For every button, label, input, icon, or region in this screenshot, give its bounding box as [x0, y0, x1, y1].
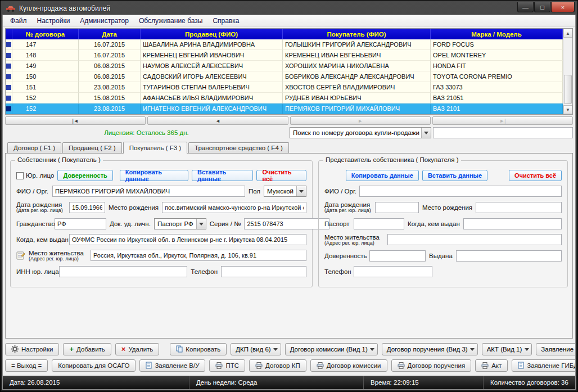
table-row[interactable]: 149 06.08.2015 НАУМОВ АЛЕКСЕЙ АЛЕКСЕЕВИЧ… — [6, 61, 563, 71]
copy-button[interactable]: Копировать — [170, 343, 227, 355]
contracts-table: № договора Дата Продавец (ФИО) Покупател… — [5, 28, 573, 115]
act-template-select[interactable]: АКТ (Вид 1) — [482, 343, 532, 355]
rep-clear-all-button[interactable]: Очистить всё — [509, 170, 562, 181]
commission-template-value: Договор комиссии (Вид 1) — [290, 346, 368, 353]
chevron-down-icon[interactable] — [421, 128, 431, 138]
tab-seller[interactable]: Продавец ( F2 ) — [62, 142, 122, 153]
nav-prev-button[interactable]: ◄ — [147, 116, 288, 125]
maximize-button[interactable]: □ — [534, 2, 550, 12]
power-of-attorney-button[interactable]: Доверенность — [57, 170, 112, 181]
copy-data-button[interactable]: Копировать данные — [120, 170, 188, 181]
print-pts-button[interactable]: ПТС — [209, 359, 245, 372]
print-agency-button[interactable]: Договор поручения — [391, 359, 472, 372]
rep-passport-input[interactable] — [354, 218, 404, 229]
menu-item-file[interactable]: Файл — [5, 15, 32, 26]
scroll-down-icon[interactable]: ▼ — [563, 105, 572, 114]
tab-buyer[interactable]: Покупатель ( F3 ) — [123, 142, 187, 154]
checkbox-icon[interactable] — [16, 172, 24, 179]
chevron-down-icon[interactable] — [296, 186, 306, 196]
clear-all-button[interactable]: Очистить всё — [256, 170, 306, 181]
add-button[interactable]: + Добавить — [63, 343, 111, 355]
cell-date: 15.08.2015 — [79, 93, 141, 103]
menu-item-help[interactable]: Справка — [207, 15, 244, 26]
minimize-button[interactable]: — — [517, 2, 534, 12]
settings-button[interactable]: Настройки — [5, 343, 59, 355]
header-buyer[interactable]: Покупатель (ФИО) — [283, 29, 431, 39]
chevron-down-icon[interactable] — [196, 219, 206, 229]
birthdate-input[interactable] — [69, 202, 105, 213]
doc-type-select[interactable]: Паспорт РФ — [154, 218, 206, 229]
chevron-down-icon[interactable] — [368, 344, 377, 355]
fio-input[interactable] — [52, 186, 245, 197]
address-input[interactable] — [91, 250, 306, 261]
phone-input[interactable] — [221, 266, 306, 277]
exit-button[interactable]: = Выход = — [5, 359, 48, 372]
application-gibdd-button[interactable]: Заявление ГИБДД — [512, 359, 576, 372]
header-seller[interactable]: Продавец (ФИО) — [141, 29, 283, 39]
table-row[interactable]: 148 16.07.2015 КРЕМЕНЕЦ ЕВГЕНИЙ ИВАНОВИЧ… — [6, 50, 563, 61]
tab-vehicle[interactable]: Транспортное средство ( F4 ) — [188, 142, 289, 153]
paste-data-button[interactable]: Вставить данные — [192, 170, 253, 181]
agency-template-select[interactable]: Договор поручения (Вид 3) — [382, 343, 478, 355]
dkp-template-select[interactable]: ДКП (вид 6) — [231, 343, 281, 355]
print-act-button[interactable]: Акт — [475, 359, 508, 372]
application-vu-button[interactable]: Заявление В/У — [139, 359, 205, 372]
rep-issued-input[interactable] — [463, 218, 562, 229]
search-mode-select[interactable]: Поиск по номеру договора купли-продажи — [290, 127, 431, 138]
nav-next-button[interactable]: ► — [290, 116, 431, 125]
tab-contract[interactable]: Договор ( F1 ) — [7, 142, 61, 153]
header-model[interactable]: Марка / Модель — [431, 29, 563, 39]
nav-last-button[interactable]: ►| — [432, 116, 573, 125]
row-marker — [6, 50, 12, 61]
rep-birthplace-input[interactable] — [476, 202, 562, 213]
table-row[interactable]: 152 15.08.2015 АФАНАСЬЕВ ИЛЬЯ ВЛАДИМИРОВ… — [6, 93, 563, 103]
copy-for-osago-button[interactable]: Копировать для ОСАГО — [52, 359, 136, 372]
menu-item-settings[interactable]: Настройки — [32, 15, 75, 26]
scroll-thumb[interactable] — [564, 75, 572, 104]
application-template-select[interactable]: Заявление (Вид 1) — [536, 343, 576, 355]
address-note-icon[interactable] — [16, 251, 25, 260]
rep-vydana-input[interactable] — [456, 250, 562, 262]
print-contract-button[interactable]: Договор КП — [249, 359, 306, 372]
series-input[interactable] — [244, 218, 329, 229]
table-row[interactable]: 150 06.08.2015 САДОВСКИЙ ИГОРЬ АЛЕКСЕЕВИ… — [6, 71, 563, 82]
legal-entity-checkbox[interactable]: Юр. лицо — [16, 172, 54, 179]
print-commission-button[interactable]: Договор комиссии — [310, 359, 387, 372]
table-row-selected[interactable]: 152 23.08.2015 ИГНАТЕНКО ЕВГЕНИЙ АЛЕКСАН… — [6, 103, 563, 114]
rep-copy-data-button[interactable]: Копировать данные — [346, 170, 419, 181]
title-bar[interactable]: Купля-продажа автомобилей — □ × — [2, 2, 576, 15]
menu-item-administrator[interactable]: Администратор — [75, 15, 134, 26]
birthplace-input[interactable] — [162, 202, 306, 213]
citizenship-label: Гражданство — [16, 220, 51, 227]
search-input[interactable] — [433, 127, 573, 138]
citizenship-input[interactable] — [55, 218, 106, 229]
copy-for-osago-label: Копировать для ОСАГО — [58, 362, 129, 369]
rep-fio-input[interactable] — [359, 186, 562, 197]
rep-address-input[interactable] — [387, 234, 562, 245]
rep-vydana-label: Выдана — [429, 253, 453, 259]
rep-poa-input[interactable] — [369, 250, 426, 262]
chevron-down-icon[interactable] — [468, 344, 477, 355]
rep-phone-input[interactable] — [354, 266, 432, 277]
nav-first-button[interactable]: |◄ — [5, 116, 146, 125]
table-row[interactable]: 147 16.07.2015 ШАБАЛИНА АРИНА ВЛАДИМИРОВ… — [6, 39, 563, 50]
delete-button[interactable]: × Удалить — [115, 343, 160, 355]
commission-template-select[interactable]: Договор комиссии (Вид 1) — [285, 343, 378, 355]
chevron-down-icon[interactable] — [271, 344, 281, 355]
header-date[interactable]: Дата — [79, 29, 141, 39]
table-row[interactable]: 151 23.08.2015 ТУГАРИНОВ СТЕПАН ВАЛЕРЬЕВ… — [6, 82, 563, 93]
header-contract-number[interactable]: № договора — [12, 29, 79, 39]
chevron-down-icon[interactable] — [522, 344, 531, 355]
rep-birthdate-input[interactable] — [375, 202, 419, 213]
gender-select[interactable]: Мужской — [264, 186, 306, 197]
issued-by-input[interactable] — [69, 234, 306, 245]
scroll-up-icon[interactable]: ▲ — [563, 29, 572, 38]
add-label: Добавить — [76, 346, 105, 353]
rep-paste-data-button[interactable]: Вставить данные — [422, 170, 487, 181]
close-button[interactable]: × — [551, 2, 575, 12]
scroll-track[interactable] — [563, 38, 572, 105]
inn-input[interactable] — [59, 266, 187, 277]
cell-model: ГАЗ 33073 — [431, 82, 563, 93]
menu-item-database[interactable]: Обслуживание базы — [134, 15, 207, 26]
table-scrollbar[interactable]: ▲ ▼ — [563, 29, 572, 114]
